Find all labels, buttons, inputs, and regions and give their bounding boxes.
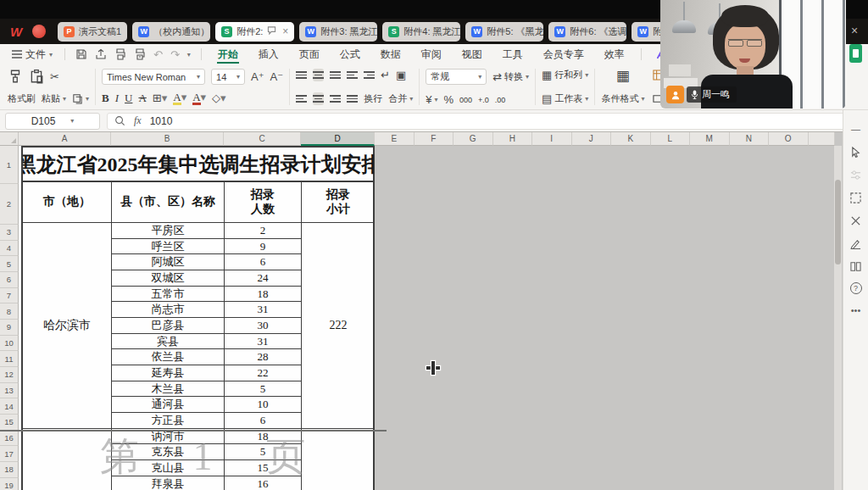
redo-icon[interactable]: ↷ (170, 49, 180, 60)
header-city[interactable]: 市（地） (23, 182, 112, 223)
cell-count[interactable]: 24 (225, 270, 302, 287)
fill-color-button[interactable]: A▾ (173, 91, 186, 105)
wrap-text-button[interactable]: 换行 (364, 92, 382, 105)
home-icon[interactable] (32, 25, 46, 38)
font-size-select[interactable]: 14▾ (211, 69, 245, 85)
name-box[interactable]: D105 ▾ (5, 113, 100, 130)
header-county[interactable]: 县（市、区）名称 (112, 182, 225, 223)
cell-count[interactable]: 31 (225, 302, 302, 318)
cell-county[interactable]: 延寿县 (112, 365, 225, 381)
tab-efficiency[interactable]: 效率 (595, 44, 634, 64)
row-header-8[interactable]: 8 (0, 303, 19, 320)
convert-button[interactable]: ⇄ 转换▾ (492, 70, 529, 83)
rows-cols-button[interactable]: ▦ 行和列▾ (542, 69, 588, 81)
cell-county[interactable]: 平房区 (112, 223, 225, 239)
cell-county[interactable]: 宾县 (112, 334, 225, 350)
cell-count[interactable]: 10 (225, 397, 302, 413)
cell-count[interactable]: 31 (225, 334, 302, 350)
row-header-18[interactable]: 18 (0, 462, 19, 478)
cell-count[interactable]: 5 (225, 381, 302, 398)
increase-indent-icon[interactable] (364, 69, 375, 81)
row-header-6[interactable]: 6 (0, 272, 19, 288)
video-call-overlay[interactable]: 周一鸣 (660, 0, 846, 109)
bold-button[interactable]: B (102, 92, 109, 105)
header-subtotal[interactable]: 招录 小计 (302, 182, 375, 223)
formula-input[interactable]: fx 1010 (107, 113, 853, 130)
tab-attachment-6[interactable]: W 附件6: 《选调 (548, 22, 626, 42)
align-middle-icon[interactable] (313, 69, 324, 81)
col-header-N[interactable]: N (730, 132, 770, 146)
tab-home[interactable]: 开始 (209, 44, 248, 64)
tab-formula[interactable]: 公式 (331, 44, 370, 64)
tab-data[interactable]: 数据 (371, 44, 410, 64)
tab-attachment-5[interactable]: W 附件5: 《黑龙 (465, 22, 543, 42)
cell-subtotal-222[interactable]: 222 (302, 223, 375, 429)
format-painter-button[interactable]: 格式刷 (8, 92, 36, 105)
tab-presentation[interactable]: P 演示文稿1 (58, 22, 127, 42)
cell-count[interactable]: 22 (225, 365, 302, 381)
col-header-A[interactable]: A (19, 132, 111, 146)
cell-county[interactable]: 巴彦县 (112, 318, 225, 334)
col-header-C[interactable]: C (224, 132, 301, 146)
tools-icon[interactable] (849, 214, 863, 227)
tab-attachment-4[interactable]: S 附件4: 黑龙江 (382, 22, 460, 42)
print-icon[interactable] (114, 48, 126, 60)
thousands-button[interactable]: 000 (459, 96, 472, 104)
conditional-format-button[interactable]: 条件格式▾ (601, 92, 644, 105)
col-header-L[interactable]: L (651, 132, 691, 146)
magnifier-icon[interactable] (114, 115, 125, 126)
align-right-icon[interactable] (330, 92, 341, 105)
decrease-decimal-button[interactable]: .00 (495, 96, 506, 104)
increase-decimal-button[interactable]: +.0 (478, 96, 489, 104)
font-name-select[interactable]: Times New Roman▾ (102, 69, 205, 85)
export-icon[interactable] (95, 48, 107, 60)
cell-county[interactable]: 依兰县 (112, 349, 225, 365)
chevron-down-icon[interactable]: ▾ (187, 51, 191, 58)
font-color-button[interactable]: A▾ (192, 91, 206, 105)
cell-county[interactable]: 阿城区 (112, 254, 225, 270)
tab-close-icon[interactable]: × (282, 25, 288, 37)
align-bottom-icon[interactable] (330, 69, 341, 81)
row-header-15[interactable]: 15 (0, 415, 19, 431)
cell-count[interactable]: 9 (225, 239, 302, 255)
cell-city-harbin[interactable]: 哈尔滨市 (23, 223, 112, 429)
row-header-14[interactable]: 14 (0, 398, 19, 415)
help-icon[interactable]: ? (850, 282, 862, 294)
tab-review[interactable]: 审阅 (412, 44, 451, 64)
tab-attachment-2-active[interactable]: S 附件2: × (215, 22, 294, 42)
merge-button[interactable]: 合并▾ (388, 92, 413, 105)
row-header-11[interactable]: 11 (0, 351, 19, 367)
print-preview-icon[interactable] (134, 48, 146, 60)
col-header-K[interactable]: K (611, 132, 651, 146)
row-header-13[interactable]: 13 (0, 383, 19, 399)
cell-count[interactable]: 30 (225, 318, 302, 334)
italic-button[interactable]: I (115, 92, 119, 105)
decrease-indent-icon[interactable] (347, 69, 358, 81)
sliders-icon[interactable] (849, 168, 863, 181)
book-layout-icon[interactable] (849, 259, 863, 273)
save-icon[interactable] (75, 48, 87, 60)
tab-member[interactable]: 会员专享 (534, 44, 593, 64)
cut-icon[interactable]: ✂ (50, 71, 59, 82)
row-header-10[interactable]: 10 (0, 336, 19, 352)
row-header-12[interactable]: 12 (0, 367, 19, 383)
justify-icon[interactable] (347, 92, 358, 105)
align-center-icon[interactable] (313, 92, 324, 105)
strikethrough-button[interactable]: A (138, 92, 146, 105)
align-left-icon[interactable] (296, 92, 307, 105)
cell-county[interactable]: 呼兰区 (112, 239, 225, 255)
paste-button[interactable]: 粘贴▾ (42, 92, 66, 105)
tab-attachment-3[interactable]: W 附件3: 黑龙江 (299, 22, 377, 42)
currency-button[interactable]: ¥▾ (426, 94, 437, 105)
selection-area-icon[interactable] (849, 191, 863, 204)
more-options-icon[interactable]: ••• (849, 303, 863, 317)
cell-county[interactable]: 双城区 (112, 270, 225, 287)
col-header-E[interactable]: E (375, 132, 415, 146)
row-header-1[interactable]: 1 (0, 146, 19, 184)
window-close-button[interactable]: × (847, 23, 862, 38)
col-header-partial[interactable] (809, 132, 835, 146)
copy-button[interactable]: ▾ (72, 93, 89, 104)
borders-button[interactable]: ⊞▾ (153, 92, 167, 105)
worksheet-button[interactable]: ▤ 工作表▾ (542, 92, 588, 105)
col-header-J[interactable]: J (572, 132, 612, 146)
